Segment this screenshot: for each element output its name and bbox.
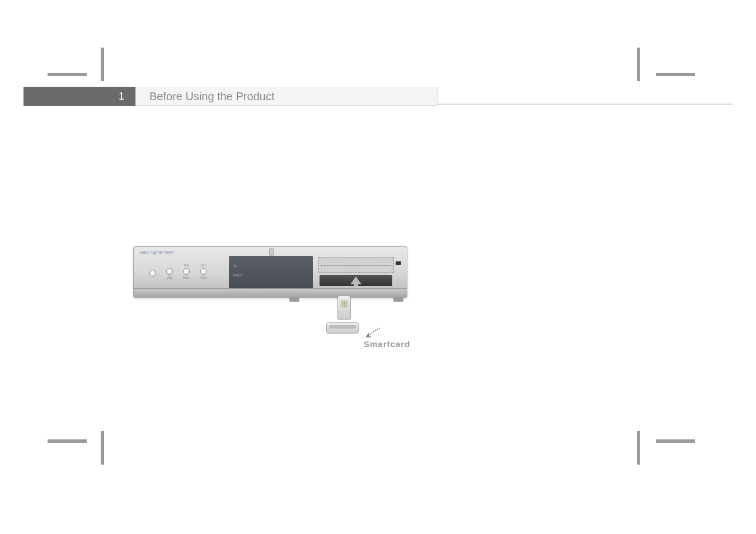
device-button: CH+ VOL+	[183, 264, 190, 279]
crop-mark	[101, 431, 104, 465]
crop-mark	[656, 73, 695, 76]
crop-mark	[101, 48, 104, 81]
card-slot-dotted-outline	[318, 257, 394, 273]
chapter-title: Before Using the Product	[149, 90, 274, 103]
button-icon	[149, 270, 156, 277]
panel-tv-label: TV	[233, 265, 237, 268]
crop-mark	[48, 73, 87, 76]
button-label-top: CH-	[201, 264, 206, 267]
smartcard-chip-icon	[341, 301, 348, 307]
header-rule	[438, 104, 732, 105]
device-body: Super Signal Finder VOL CH+ VOL+ CH- VOL…	[133, 246, 407, 298]
button-label-bottom: VOL+	[183, 276, 190, 279]
button-label-bottom: VOL	[167, 276, 172, 279]
smartcard-label: Smartcard	[364, 339, 410, 349]
panel-radio-label: RADIO	[233, 274, 242, 277]
ir-sensor	[396, 261, 401, 265]
chapter-title-box: Before Using the Product	[135, 87, 438, 106]
device-button: CH- VOL+	[200, 264, 208, 279]
button-icon	[166, 268, 173, 275]
smartcard-vertical	[337, 296, 351, 320]
chapter-number: 1	[119, 91, 124, 102]
device-base-strip	[134, 288, 407, 297]
button-label-bottom: VOL+	[200, 276, 208, 279]
button-label-top: CH+	[184, 264, 189, 267]
crop-mark	[656, 439, 695, 443]
device-buttons-row: VOL CH+ VOL+ CH- VOL+	[149, 264, 208, 279]
dotted-center-line	[321, 265, 391, 266]
device-button: VOL	[166, 264, 173, 279]
device-foot	[289, 297, 299, 302]
device-illustration: Super Signal Finder VOL CH+ VOL+ CH- VOL…	[133, 246, 407, 336]
button-icon	[200, 268, 207, 275]
insert-arrow-icon	[350, 277, 361, 284]
device-brand-label: Super Signal Finder	[139, 250, 174, 254]
smartcard-horizontal	[326, 322, 359, 334]
device-foot	[393, 297, 403, 302]
chapter-header: 1 Before Using the Product	[24, 87, 732, 106]
device-recess	[269, 248, 274, 256]
crop-mark	[48, 439, 87, 443]
card-slot-area	[318, 257, 402, 288]
device-display-panel: TV RADIO	[229, 256, 313, 289]
device-button	[149, 265, 156, 278]
button-icon	[183, 268, 190, 275]
smartcard-insert-arrow	[364, 327, 381, 338]
chapter-number-box: 1	[24, 87, 135, 106]
crop-mark	[637, 48, 640, 81]
crop-mark	[637, 431, 640, 465]
smartcard-stripe	[329, 325, 356, 329]
card-slot	[320, 275, 392, 286]
